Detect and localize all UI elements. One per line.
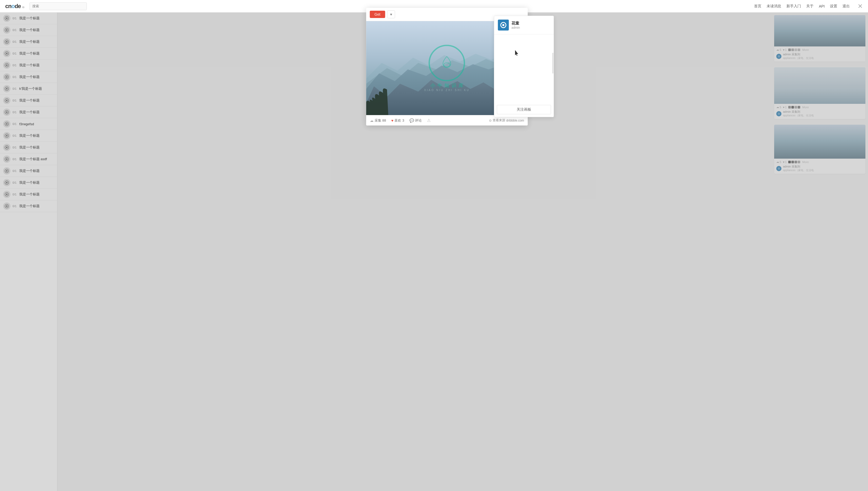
nav-settings[interactable]: 设置 (830, 4, 837, 9)
like-stat: ♥ 喜欢 3 (391, 118, 404, 123)
svg-point-38 (502, 24, 504, 26)
get-button[interactable]: Get (370, 11, 385, 18)
nav-about[interactable]: 关于 (806, 4, 813, 9)
cursor-position (515, 50, 518, 55)
user-popover: 花童 admin 关注画板 (494, 16, 554, 117)
nav-home[interactable]: 首页 (754, 4, 762, 9)
source-link[interactable]: ⊙ 查看来源 dribbble.com (489, 118, 524, 123)
main-nav: 首页 未读消息 新手入门 关于 API 设置 退出 (754, 4, 850, 9)
popover-scrollbar[interactable] (552, 53, 554, 87)
svg-point-35 (444, 63, 450, 67)
user-role: admin (512, 26, 520, 29)
nav-messages[interactable]: 未读消息 (767, 4, 781, 9)
collect-stat: ☁ 采集 88 (370, 118, 386, 123)
logo[interactable]: cnode io (5, 3, 24, 10)
search-input[interactable] (29, 2, 87, 10)
report-icon[interactable]: ⚠ (427, 118, 431, 123)
like-button[interactable]: ♥ (387, 10, 395, 18)
user-popover-header: 花童 admin (494, 16, 554, 34)
comment-stat[interactable]: 💬 评论 (409, 118, 422, 123)
nav-api[interactable]: API (819, 4, 825, 8)
user-name: 花童 (512, 21, 520, 26)
avatar (498, 20, 509, 31)
nav-logout[interactable]: 退出 (842, 4, 850, 9)
follow-board-button[interactable]: 关注画板 (497, 105, 551, 114)
nav-guide[interactable]: 新手入门 (786, 4, 801, 9)
user-popover-body (494, 34, 554, 102)
image-watermark: 小 牛 知 识 库 XIAO NIU ZHI SHI KU (424, 45, 470, 92)
close-icon[interactable]: ✕ (858, 3, 863, 10)
